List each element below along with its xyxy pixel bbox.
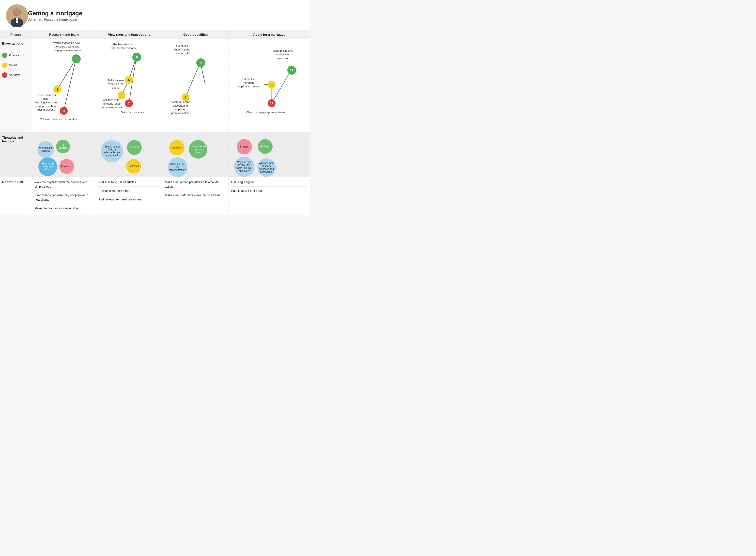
label-n5: Talk to a loanexpert on thephone xyxy=(103,78,128,90)
label-n4: Ask friends formortgage lenderrecommenda… xyxy=(98,98,126,109)
section-buyer-actions: Buyer actions Positive Mixed Negative xyxy=(0,39,32,133)
col-header-prequalified: Get prequalified xyxy=(162,30,229,39)
node-9: 9 xyxy=(196,58,205,67)
bubble-relieved: Relieved xyxy=(258,139,273,154)
feelings-apply: Irritated Relieved Why do I have to ente… xyxy=(229,133,310,177)
svg-line-6 xyxy=(57,59,76,90)
positive-icon xyxy=(2,53,7,58)
node-8: 8 xyxy=(182,93,189,101)
node-3: 3 xyxy=(60,107,68,115)
opp-rates-3: Add reviews from real customers xyxy=(99,197,160,204)
opp-research-2: Keep videos because they are popular to … xyxy=(34,193,93,204)
label-n8: Create an onlineaccount andapply forpreq… xyxy=(164,100,196,115)
chart-prequalified: 8 9 Create an onlineaccount andapply for… xyxy=(162,39,229,133)
bubble-fixed-adjustable: Should I get a fixed or adjustable rate … xyxy=(101,140,123,162)
feelings-research: Worried and nervous So excited! How much… xyxy=(32,133,96,177)
section-feelings-label: Thoughts and feelings xyxy=(0,133,32,177)
node-2: 2 xyxy=(72,55,81,63)
page-title: Getting a mortgage xyxy=(28,10,82,17)
mixed-icon xyxy=(2,63,7,68)
bubble-howmuch: How much home can I afford? xyxy=(38,158,57,176)
bubble-worried: Worried and nervous xyxy=(37,141,54,158)
legend-positive: Positive xyxy=(2,53,30,58)
bubble-whenpreq: When do I get my prequalification? xyxy=(168,158,187,177)
chart-rates: 4 5 6 7 Ask friends formortgage lenderre… xyxy=(96,39,162,133)
label-n2: Watch a video on howthe home buying andm… xyxy=(52,41,81,52)
main-table: Phases Research and learn View rates and… xyxy=(0,30,310,215)
opp-rates-1: Add links to to useful articles xyxy=(99,180,160,187)
phase-header-row: Phases Research and learn View rates and… xyxy=(0,30,310,39)
bubble-irritated: Irritated xyxy=(237,139,252,154)
opp-apply-1: Use single sign-in xyxy=(231,180,307,187)
opp-preq-1: Make sure getting prequalified is a call… xyxy=(165,180,226,191)
col-header-apply: Apply for a mortgage xyxy=(229,30,310,39)
page-subtitle: Jonathan: First time home buyer xyxy=(28,18,82,22)
bubble-confused: Confused xyxy=(126,159,141,174)
label-n11: Check mortgage approval status xyxy=(241,110,290,114)
node-1: 1 xyxy=(53,85,61,93)
legend-negative: Negative xyxy=(2,72,30,78)
bubble-sameinfo: Why do I have to enter the same info ove… xyxy=(234,157,254,177)
bubble-frustrated: Frustrated xyxy=(59,159,74,174)
opps-rates: Add links to to useful articles Provide … xyxy=(96,177,162,216)
bubble-happy: Happy I found my new home! xyxy=(189,140,207,159)
opp-research-3: Make the calculator more intuitive xyxy=(34,206,93,212)
svg-line-11 xyxy=(186,63,200,97)
chart-research: 1 2 3 Search online for helplearning abo… xyxy=(32,39,96,133)
bubble-container-apply: Irritated Relieved Why do I have to ente… xyxy=(231,136,308,174)
opp-preq-2: Make sure customers know the time frame xyxy=(165,193,226,200)
node-7: 7 xyxy=(125,100,133,107)
bubble-thrilled: Thrilled! xyxy=(127,140,142,155)
bubble-impatient: Impatient xyxy=(169,140,185,155)
bubble-excited: So excited! xyxy=(56,140,70,153)
col-header-phases: Phases xyxy=(0,30,32,39)
opps-research: Walk the buyer through the process with … xyxy=(32,177,96,216)
node-10: 10 xyxy=(268,81,275,89)
label-n9: Go houseshopping andmake an offer xyxy=(167,44,197,55)
label-n7: Get a loan estimate xyxy=(120,110,153,114)
feelings-prequalified: Impatient Happy I found my new home! Whe… xyxy=(162,133,229,177)
bubble-container-rates: Should I get a fixed or adjustable rate … xyxy=(98,136,160,174)
opps-apply: Use single sign-in Enable auto-fill for … xyxy=(229,177,310,216)
label-n12: Sign documentsand pay forappraisal xyxy=(267,49,299,60)
legend-mixed: Mixed xyxy=(2,63,30,68)
feelings-rates: Should I get a fixed or adjustable rate … xyxy=(96,133,162,177)
header: Getting a mortgage Jonathan: First time … xyxy=(0,0,310,30)
chart-apply: 10 11 12 Fill out themortgageapplication… xyxy=(229,39,310,133)
col-header-research: Research and learn xyxy=(32,30,96,39)
svg-line-7 xyxy=(64,59,76,110)
label-n1: Search online for helplearning about the… xyxy=(33,93,58,111)
opportunities-row: Opportunities Walk the buyer through the… xyxy=(0,177,310,216)
section-opps-label: Opportunities xyxy=(0,177,32,216)
label-n6: Review rates fordifferent loan options xyxy=(108,43,138,50)
node-12: 12 xyxy=(287,66,296,75)
header-text: Getting a mortgage Jonathan: First time … xyxy=(28,10,82,22)
svg-point-3 xyxy=(13,8,21,15)
opp-apply-2: Enable auto-fill for forms xyxy=(231,188,307,195)
node-5: 5 xyxy=(125,76,133,84)
buyer-actions-row: Buyer actions Positive Mixed Negative xyxy=(0,39,310,133)
opps-prequalified: Make sure getting prequalified is a call… xyxy=(162,177,229,216)
col-header-rates: View rates and loan options xyxy=(96,30,162,39)
opp-research-1: Walk the buyer through the process with … xyxy=(34,180,93,191)
label-n10: Fill out themortgageapplication online xyxy=(231,77,266,89)
negative-icon xyxy=(2,72,7,78)
label-n3: Calculate how much I can afford xyxy=(39,117,79,121)
bubble-container-preq: Impatient Happy I found my new home! Whe… xyxy=(164,136,227,174)
node-11: 11 xyxy=(268,99,275,107)
opp-rates-2: Provide clear next steps xyxy=(99,188,160,195)
bubble-websites: Why are there so many websites and passw… xyxy=(257,158,276,177)
node-6: 6 xyxy=(133,53,141,62)
bubble-container-research: Worried and nervous So excited! How much… xyxy=(34,136,94,174)
avatar xyxy=(6,4,28,27)
feelings-row: Thoughts and feelings Worried and nervou… xyxy=(0,133,310,177)
